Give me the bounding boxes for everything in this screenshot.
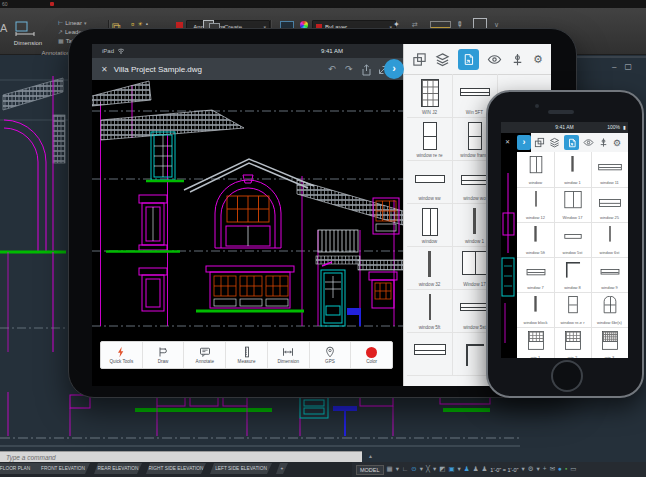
block-item[interactable]	[407, 332, 453, 376]
block-item[interactable]: window 25	[591, 187, 628, 223]
annotation-visibility-icon[interactable]: ♟	[464, 466, 470, 473]
tab-right-side-elevation[interactable]: RIGHT SIDE ELEVATION	[146, 463, 206, 474]
wifi-icon	[117, 48, 125, 54]
chevron-down-icon[interactable]: ▾	[458, 466, 461, 473]
block-item[interactable]: window re-e r	[554, 292, 592, 328]
redo-icon[interactable]: ↷	[345, 65, 353, 74]
block-item[interactable]: window 6br(s)	[591, 292, 628, 328]
block-item[interactable]: window 5ft	[517, 222, 555, 258]
settings-gear-icon[interactable]: ⚙	[613, 138, 621, 148]
block-item[interactable]: window 6st	[591, 222, 628, 258]
share-icon[interactable]	[361, 64, 372, 76]
connect-dot-icon[interactable]: ●	[558, 466, 562, 473]
block-item[interactable]: window 5ft	[407, 289, 453, 333]
annotate-button[interactable]: Annotate	[184, 342, 226, 368]
block-item[interactable]: window	[517, 152, 555, 188]
tab-rear-elevation[interactable]: REAR ELEVATION	[94, 463, 142, 474]
block-item[interactable]: win 2	[554, 327, 592, 358]
block-item[interactable]: window 9	[591, 257, 628, 293]
xref-icon	[462, 53, 475, 66]
color-button[interactable]: Color	[351, 342, 392, 368]
block-item[interactable]: win 1	[517, 327, 555, 358]
visibility-eye-icon[interactable]	[487, 52, 502, 67]
dimension-tool-button[interactable]: Dimension	[268, 342, 310, 368]
minimize-icon[interactable]: –	[612, 62, 616, 71]
object-snap-icon[interactable]: ╳	[426, 466, 430, 473]
plus-icon[interactable]: +	[543, 466, 547, 473]
block-item[interactable]: window 32	[407, 246, 453, 290]
chevron-down-icon[interactable]: ▾	[396, 466, 399, 473]
layers-icon[interactable]	[435, 52, 450, 67]
block-item[interactable]: win 3	[591, 327, 628, 358]
dynamic-input-icon[interactable]: ▣	[448, 466, 454, 473]
dimension-icon[interactable]	[14, 20, 36, 36]
xref-tab-selected[interactable]	[564, 135, 579, 150]
tab-front-elevation[interactable]: FRONT ELEVATION	[36, 463, 90, 474]
block-thumbnail	[473, 208, 476, 234]
chevron-right-icon: ›	[392, 62, 396, 74]
dimension-button[interactable]: Dimension	[6, 40, 50, 46]
layers-icon[interactable]	[549, 137, 560, 148]
measure-button[interactable]: Measure	[226, 342, 268, 368]
chevron-down-icon[interactable]: ▾	[433, 466, 436, 473]
settings-gear-icon[interactable]: ⚙	[533, 53, 543, 66]
blocks-icon[interactable]	[534, 137, 545, 148]
quick-tools-button[interactable]: Quick Tools	[101, 342, 143, 368]
properties-slider-icon[interactable]	[510, 52, 525, 67]
restore-icon[interactable]: ▢	[624, 62, 632, 71]
workspace-gear-icon[interactable]: ⚙	[528, 466, 534, 473]
chevron-down-icon[interactable]: ▾	[522, 466, 525, 473]
block-item[interactable]: window 12	[517, 187, 555, 223]
block-item[interactable]: window 7	[517, 257, 555, 293]
text-tool-button[interactable]: A	[0, 22, 7, 34]
close-icon[interactable]: ✕	[92, 65, 108, 74]
block-item[interactable]: WIN J2	[407, 74, 453, 118]
add-layout-tab-button[interactable]: +	[276, 463, 288, 474]
block-item[interactable]: window 1	[554, 152, 592, 188]
feedback-icon[interactable]: ✉	[550, 466, 555, 473]
layer-state-icons[interactable]: ¤ ☀ ▪	[131, 20, 148, 27]
linear-button[interactable]: ⊢ Linear ▾	[58, 19, 86, 26]
block-item[interactable]: window 8	[554, 257, 592, 293]
blocks-panel-toolbar: ⚙	[531, 133, 628, 153]
block-item[interactable]: window re re	[407, 117, 453, 161]
block-item[interactable]: window block	[517, 292, 555, 328]
ipad-carrier-label: iPad	[92, 48, 114, 54]
home-button[interactable]	[551, 360, 583, 392]
chevron-down-icon[interactable]: ▾	[537, 466, 540, 473]
visibility-eye-icon[interactable]	[583, 137, 594, 148]
block-item[interactable]: window sw	[407, 160, 453, 204]
blocks-icon[interactable]	[412, 52, 427, 67]
tab-left-side-elevation[interactable]: LEFT SIDE ELEVATION	[210, 463, 272, 474]
close-icon[interactable]: ✕	[505, 138, 510, 145]
sun-icon: ☀	[137, 20, 142, 27]
cleanscreen-monitor-icon[interactable]: ▭	[570, 466, 576, 473]
block-item[interactable]: window 11	[591, 152, 628, 188]
autoscale-icon[interactable]: ♟	[473, 466, 479, 473]
iphone-drawing-canvas[interactable]: ✕	[501, 133, 517, 358]
block-item[interactable]: window 5st	[554, 222, 592, 258]
properties-slider-icon[interactable]	[598, 137, 609, 148]
panel-toggle-button[interactable]: ›	[517, 135, 531, 150]
recent-commands-marker[interactable]: ▲	[368, 453, 373, 459]
block-item[interactable]: window	[407, 203, 453, 247]
gps-button[interactable]: GPS	[310, 342, 352, 368]
grid-display-icon[interactable]: ▦	[387, 466, 393, 473]
model-space-button[interactable]: MODEL	[356, 465, 384, 475]
xref-tab-selected[interactable]	[458, 49, 479, 70]
ortho-mode-icon[interactable]: ∟	[402, 466, 408, 473]
block-thumbnail	[528, 331, 544, 350]
cad-drawing-villa-elevation	[92, 80, 403, 342]
block-item[interactable]: Window 17	[554, 187, 592, 223]
polar-tracking-icon[interactable]: ⊙	[411, 466, 416, 473]
performance-icon[interactable]: ▪	[565, 466, 567, 473]
isodraft-icon[interactable]: ◩	[439, 466, 445, 473]
chevron-down-icon[interactable]: ▾	[420, 466, 423, 473]
annotation-scale-icon[interactable]: ♟	[482, 466, 488, 473]
block-thumbnail	[599, 199, 621, 207]
block-thumbnail	[422, 208, 438, 236]
draw-button[interactable]: Draw	[143, 342, 185, 368]
annotation-scale-value[interactable]: 1'-0" = 1'-0"	[490, 467, 518, 473]
panel-toggle-button[interactable]: ›	[384, 59, 404, 79]
undo-icon[interactable]: ↶	[328, 65, 336, 74]
